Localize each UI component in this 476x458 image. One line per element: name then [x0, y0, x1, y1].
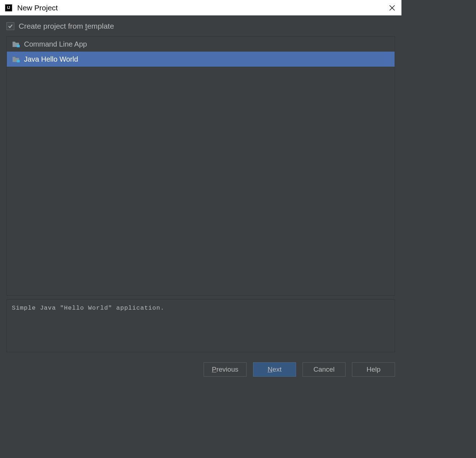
template-checkbox-row: Create project from template [6, 22, 395, 30]
description-box: Simple Java "Hello World" application. [6, 299, 395, 352]
next-button[interactable]: Next [253, 362, 296, 377]
template-item-label: Command Line App [24, 40, 87, 48]
button-row: Previous Next Cancel Help [6, 362, 395, 377]
window-title: New Project [17, 4, 58, 12]
previous-button[interactable]: Previous [204, 362, 247, 377]
folder-icon [13, 56, 20, 62]
svg-rect-3 [17, 60, 20, 62]
create-from-template-checkbox[interactable] [6, 22, 14, 30]
titlebar: IJ New Project [0, 0, 401, 15]
template-list[interactable]: Command Line App Java Hello World [6, 36, 395, 296]
app-icon: IJ [5, 4, 12, 11]
template-item[interactable]: Command Line App [7, 37, 395, 52]
cancel-button[interactable]: Cancel [303, 362, 346, 377]
help-button[interactable]: Help [352, 362, 395, 377]
template-item[interactable]: Java Hello World [7, 52, 395, 67]
dialog-content: Create project from template Command Lin… [0, 15, 401, 391]
description-text: Simple Java "Hello World" application. [12, 305, 390, 311]
folder-icon [13, 41, 20, 47]
create-from-template-label[interactable]: Create project from template [19, 22, 114, 30]
template-item-label: Java Hello World [24, 55, 78, 63]
close-button[interactable] [388, 4, 396, 12]
close-icon [389, 5, 395, 11]
checkmark-icon [8, 24, 13, 29]
svg-rect-2 [17, 45, 20, 47]
